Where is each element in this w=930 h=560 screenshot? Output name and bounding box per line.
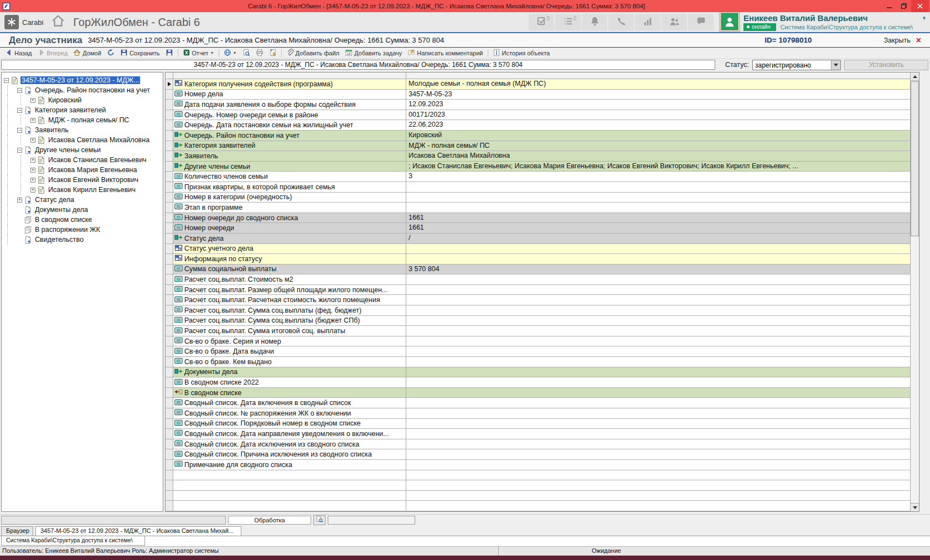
tree-expand-icon[interactable]: + [30, 158, 35, 163]
row-selector-cell[interactable] [166, 100, 173, 110]
row-selector-cell[interactable] [166, 110, 173, 120]
grid-row[interactable]: Очередь. Номер очереди семьи в районе001… [166, 110, 910, 121]
field-value-cell[interactable] [406, 244, 910, 254]
grid-row[interactable]: Св-во о браке. Серия и номер [166, 336, 910, 347]
grid-row[interactable]: Расчет соц.выплат. Размер общей площади … [166, 285, 910, 295]
field-value-cell[interactable] [406, 285, 910, 295]
row-selector-cell[interactable] [166, 346, 173, 356]
field-value-cell[interactable]: Кировский [406, 131, 910, 141]
row-selector-cell[interactable] [166, 172, 173, 182]
row-selector-cell[interactable] [166, 79, 173, 89]
field-value-cell[interactable]: Молодые семьи - полная семья (МДЖ ПС) [406, 79, 910, 89]
field-value-cell[interactable] [406, 254, 910, 264]
close-page-x-icon[interactable]: × [916, 36, 921, 45]
row-selector-cell[interactable] [166, 141, 173, 151]
tree-expand-icon[interactable]: + [30, 138, 35, 143]
row-selector-cell[interactable] [166, 357, 173, 367]
row-selector-cell[interactable] [166, 162, 173, 172]
grid-row[interactable]: Расчет соц.выплат. Расчетная стоимость ж… [166, 295, 910, 305]
grid-row[interactable]: Расчет соц.выплат. Сумма итоговой соц. в… [166, 326, 910, 336]
history-toolbar-button[interactable]: История объекта [490, 48, 553, 58]
tree-collapse-icon[interactable]: − [17, 148, 22, 153]
grid-row[interactable]: Категория заявителейМДЖ - полная семья/ … [166, 141, 910, 152]
field-value-cell[interactable]: 3457-М-05-23 [406, 90, 910, 100]
tab-browser[interactable]: Браузер [1, 526, 33, 536]
row-selector-cell[interactable] [166, 449, 173, 459]
field-value-cell[interactable] [406, 449, 910, 459]
row-selector-cell[interactable] [166, 419, 173, 429]
grid-row[interactable]: Сводный список. Дата исключения из сводн… [166, 439, 910, 450]
tree-item[interactable]: +Исаков Евгений Викторович [3, 175, 163, 185]
people-button[interactable] [662, 14, 687, 30]
row-selector-cell[interactable] [166, 203, 173, 212]
tree-item-label[interactable]: Исакова Светлана Михайловна [47, 136, 151, 144]
grid-row[interactable]: Расчет соц.выплат. Сумма соц.выплаты (фе… [166, 305, 910, 316]
pagesetup-toolbar-button[interactable] [266, 48, 280, 58]
field-value-cell[interactable] [406, 305, 910, 315]
field-value-cell[interactable] [406, 193, 910, 203]
tree-item-label[interactable]: Кировский [47, 96, 82, 104]
tasks-button[interactable]: 0 [529, 14, 554, 30]
preview-toolbar-button[interactable] [240, 48, 253, 58]
tree-item[interactable]: Свидетельство [3, 235, 163, 245]
field-value-cell[interactable]: ; Исаков Станислав Евгеньевич; Исакова М… [406, 162, 910, 172]
field-value-cell[interactable] [406, 274, 910, 284]
field-value-cell[interactable] [406, 203, 910, 212]
chevron-down-icon[interactable]: ▼ [922, 15, 927, 21]
field-value-cell[interactable]: 12.09.2023 [406, 100, 910, 110]
field-value-cell[interactable]: 3 [406, 172, 910, 182]
tree-item-label[interactable]: Документы дела [34, 206, 89, 214]
row-selector-cell[interactable] [166, 213, 173, 223]
tree-item-label[interactable]: Исаков Евгений Викторович [47, 176, 140, 184]
status-select-arrow-icon[interactable] [831, 60, 840, 70]
field-value-cell[interactable]: МДЖ - полная семья/ ПС [406, 141, 910, 151]
grid-row[interactable]: Признак квартиры, в которой проживает се… [166, 182, 910, 193]
grid-row[interactable]: Примечание для сводного списка [166, 460, 910, 470]
row-selector-cell[interactable] [166, 439, 173, 449]
row-selector-cell[interactable] [166, 388, 173, 398]
tree-item-label[interactable]: Исаков Станислав Евгеньевич [47, 156, 148, 164]
row-selector-cell[interactable] [166, 120, 173, 130]
tab-case[interactable]: 3457-М-05-23 от 12.09.2023 - МДЖ_ПС - Ис… [35, 526, 241, 536]
search-button[interactable] [313, 515, 326, 525]
user-avatar[interactable] [721, 13, 738, 30]
field-value-cell[interactable]: Исакова Светлана Михайловна [406, 151, 910, 161]
row-selector-cell[interactable] [166, 131, 173, 141]
tree-item[interactable]: +Исакова Мария Евгеньевна [3, 165, 163, 175]
tree-item-label[interactable]: Категория заявителей [34, 106, 107, 114]
field-value-cell[interactable]: 22.06.2023 [406, 120, 910, 130]
tree-item[interactable]: +Статус дела [3, 195, 163, 205]
row-selector-cell[interactable] [166, 265, 173, 274]
grid-row[interactable]: Другие члены семьи; Исаков Станислав Евг… [166, 162, 910, 172]
row-selector-cell[interactable] [166, 234, 173, 243]
field-value-cell[interactable]: 1661 [406, 213, 910, 223]
tree-item[interactable]: Документы дела [3, 205, 163, 215]
grid-row[interactable]: Документы дела [166, 367, 910, 378]
tree-expand-icon[interactable]: + [30, 118, 35, 123]
grid-row[interactable]: Статус учетного дела [166, 244, 910, 255]
status-select[interactable]: зарегистрировано [752, 60, 841, 70]
tree-item[interactable]: +Исаков Кирилл Евгеньевич [3, 185, 163, 195]
set-status-button[interactable]: Установить [844, 60, 928, 70]
list-button[interactable]: 0 [555, 14, 581, 30]
row-selector-cell[interactable] [166, 285, 173, 295]
row-selector-cell[interactable] [166, 274, 173, 284]
tree-item[interactable]: +Исакова Светлана Михайловна [3, 135, 163, 145]
tree-item-label[interactable]: МДЖ - полная семья/ ПС [47, 116, 130, 124]
field-value-cell[interactable] [406, 408, 910, 418]
field-value-cell[interactable] [406, 357, 910, 367]
field-value-cell[interactable]: 00171/2023 [406, 110, 910, 120]
grid-row[interactable]: Сводный список. № распоряжения ЖК о вклю… [166, 408, 910, 419]
tree-item-label[interactable]: Заявитель [34, 126, 70, 134]
tree-item[interactable]: В сводном списке [3, 215, 163, 225]
bell-button[interactable] [582, 14, 607, 30]
row-selector-cell[interactable] [166, 305, 173, 315]
chat-button[interactable] [688, 14, 714, 30]
tree-item-label[interactable]: 3457-М-05-23 от 12.09.2023 - МДЖ... [20, 76, 140, 84]
grid-row[interactable]: Сводный список. Причина исключения из св… [166, 449, 910, 460]
vertical-scrollbar[interactable] [910, 72, 919, 511]
field-value-cell[interactable]: 1661 [406, 223, 910, 233]
grid-row[interactable]: Этап в программе [166, 203, 910, 213]
row-selector-cell[interactable] [166, 244, 173, 254]
field-value-cell[interactable] [406, 398, 910, 408]
